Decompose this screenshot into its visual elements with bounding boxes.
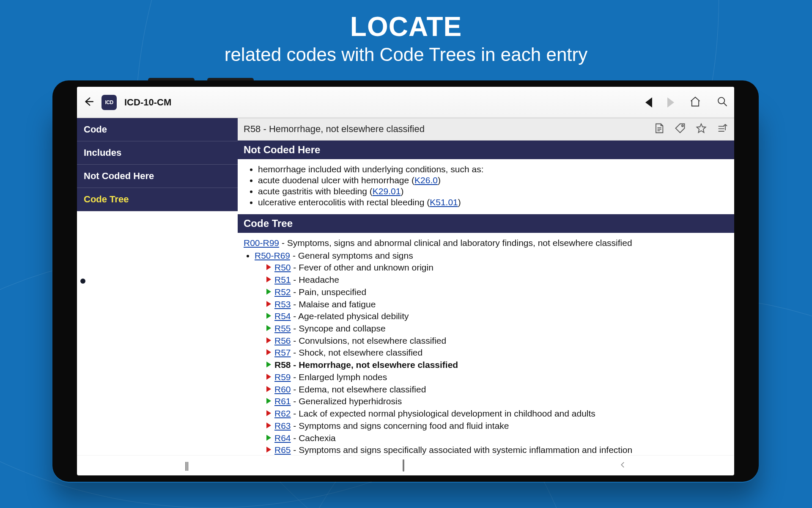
- search-icon[interactable]: [716, 96, 728, 109]
- code-link[interactable]: R53: [274, 299, 291, 309]
- svg-point-1: [682, 125, 683, 127]
- expand-red-icon[interactable]: [266, 264, 271, 270]
- tree-leaf-text: R56 - Convulsions, not elsewhere classif…: [274, 335, 446, 347]
- tree-leaf-text: R54 - Age-related physical debility: [274, 310, 409, 322]
- android-home-button[interactable]: [403, 460, 404, 471]
- promo-subtitle: related codes with Code Trees in each en…: [0, 44, 812, 65]
- tree-leaf-text: R63 - Symptoms and signs concerning food…: [274, 420, 509, 432]
- sidebar-item-not-coded-here[interactable]: Not Coded Here: [77, 165, 238, 188]
- expand-red-icon[interactable]: [266, 422, 271, 428]
- app-title: ICD-10-CM: [124, 97, 171, 108]
- code-link[interactable]: R60: [274, 384, 291, 394]
- android-nav-bar: |||: [77, 455, 734, 475]
- tree-leaf: R61 - Generalized hyperhidrosis: [266, 395, 728, 407]
- app-icon: ICD: [102, 95, 117, 110]
- nav-prev-icon[interactable]: [645, 97, 652, 108]
- tree-sub-desc: - General symptoms and signs: [290, 251, 413, 260]
- tag-icon[interactable]: [674, 122, 686, 136]
- expand-red-icon[interactable]: [266, 386, 271, 392]
- notes-icon[interactable]: [653, 122, 665, 136]
- expand-green-icon[interactable]: [266, 289, 271, 295]
- sidebar-item-code[interactable]: Code: [77, 118, 238, 141]
- tree-leaf: R59 - Enlarged lymph nodes: [266, 371, 728, 383]
- sidebar: Code Includes Not Coded Here Code Tree: [77, 118, 238, 455]
- expand-red-icon[interactable]: [266, 374, 271, 380]
- back-button[interactable]: [83, 96, 94, 109]
- tree-root-link[interactable]: R00-R99: [244, 238, 279, 248]
- promo-banner: LOCATE related codes with Code Trees in …: [0, 0, 812, 65]
- expand-green-icon[interactable]: [266, 313, 271, 319]
- android-back-button[interactable]: [619, 460, 627, 471]
- code-link[interactable]: R51: [274, 275, 291, 284]
- code-link[interactable]: R52: [274, 287, 291, 297]
- code-link[interactable]: R64: [274, 433, 291, 443]
- entry-title: R58 - Hemorrhage, not elsewhere classifi…: [244, 124, 425, 135]
- not-coded-item: ulcerative enterocolitis with rectal ble…: [258, 197, 726, 207]
- tree-leaf-text: R58 - Hemorrhage, not elsewhere classifi…: [274, 359, 458, 371]
- home-icon[interactable]: [689, 96, 701, 109]
- expand-red-icon[interactable]: [266, 337, 271, 343]
- tree-leaf: R57 - Shock, not elsewhere classified: [266, 347, 728, 359]
- entry-header: R58 - Hemorrhage, not elsewhere classifi…: [238, 118, 734, 141]
- code-link[interactable]: R57: [274, 348, 291, 357]
- tree-leaf-text: R65 - Symptoms and signs specifically as…: [274, 444, 632, 455]
- code-link[interactable]: R59: [274, 372, 291, 382]
- code-link[interactable]: R56: [274, 336, 291, 345]
- tree-leaf-text: R53 - Malaise and fatigue: [274, 298, 376, 310]
- tree-leaf-text: R64 - Cachexia: [274, 432, 336, 444]
- tree-leaf: R64 - Cachexia: [266, 432, 728, 444]
- code-link[interactable]: R62: [274, 409, 291, 418]
- section-code-tree-heading: Code Tree: [238, 214, 734, 233]
- tree-leaf: R53 - Malaise and fatigue: [266, 298, 728, 310]
- tree-leaf: R62 - Lack of expected normal physiologi…: [266, 408, 728, 420]
- android-recent-button[interactable]: |||: [184, 460, 188, 471]
- tree-leaf: R54 - Age-related physical debility: [266, 310, 728, 322]
- tree-sub-link[interactable]: R50-R69: [255, 251, 290, 260]
- section-not-coded-body: hemorrhage included with underlying cond…: [238, 159, 734, 214]
- expand-red-icon[interactable]: [266, 276, 271, 282]
- main-panel: R58 - Hemorrhage, not elsewhere classifi…: [238, 118, 734, 455]
- expand-red-icon[interactable]: [266, 301, 271, 307]
- expand-green-icon[interactable]: [266, 362, 271, 367]
- code-link[interactable]: K26.0: [414, 175, 438, 185]
- sidebar-item-code-tree[interactable]: Code Tree: [77, 188, 238, 211]
- tree-leaf: R58 - Hemorrhage, not elsewhere classifi…: [266, 359, 728, 371]
- section-not-coded-heading: Not Coded Here: [238, 141, 734, 159]
- code-link[interactable]: R54: [274, 311, 291, 321]
- svg-point-0: [718, 97, 724, 104]
- tree-leaf-text: R61 - Generalized hyperhidrosis: [274, 395, 402, 407]
- tree-leaf-text: R59 - Enlarged lymph nodes: [274, 371, 387, 383]
- tree-leaf-text: R62 - Lack of expected normal physiologi…: [274, 408, 595, 420]
- expand-red-icon[interactable]: [266, 349, 271, 355]
- expand-red-icon[interactable]: [266, 410, 271, 416]
- tree-leaf: R50 - Fever of other and unknown origin: [266, 262, 728, 273]
- promo-title: LOCATE: [0, 11, 812, 42]
- tree-leaf: R65 - Symptoms and signs specifically as…: [266, 444, 728, 455]
- tree-leaf: R60 - Edema, not elsewhere classified: [266, 384, 728, 395]
- tree-leaf-text: R57 - Shock, not elsewhere classified: [274, 347, 422, 359]
- tree-root-desc: - Symptoms, signs and abnormal clinical …: [279, 238, 632, 248]
- code-link[interactable]: R65: [274, 445, 291, 455]
- app-screen: ICD ICD-10-CM Code Includes: [77, 87, 734, 475]
- tree-leaf: R63 - Symptoms and signs concerning food…: [266, 420, 728, 432]
- code-link[interactable]: K29.01: [373, 186, 401, 196]
- expand-green-icon[interactable]: [266, 398, 271, 404]
- code-link[interactable]: R55: [274, 323, 291, 333]
- sidebar-item-includes[interactable]: Includes: [77, 141, 238, 165]
- code-link[interactable]: K51.01: [430, 197, 458, 207]
- tree-leaf-text: R51 - Headache: [274, 274, 339, 286]
- expand-red-icon[interactable]: [266, 447, 271, 453]
- code-link[interactable]: R63: [274, 421, 291, 431]
- expand-green-icon[interactable]: [266, 435, 271, 441]
- export-icon[interactable]: [716, 122, 728, 136]
- app-bar: ICD ICD-10-CM: [77, 87, 734, 118]
- expand-green-icon[interactable]: [266, 325, 271, 331]
- code-link[interactable]: R50: [274, 262, 291, 272]
- not-coded-item: acute duodenal ulcer with hemorrhage (K2…: [258, 175, 726, 185]
- star-icon[interactable]: [695, 122, 707, 136]
- code-link[interactable]: R61: [274, 396, 291, 406]
- tree-leaf-text: R55 - Syncope and collapse: [274, 323, 386, 334]
- not-coded-intro: hemorrhage included with underlying cond…: [258, 164, 726, 174]
- tree-leaf: R52 - Pain, unspecified: [266, 286, 728, 298]
- tree-leaf: R56 - Convulsions, not elsewhere classif…: [266, 335, 728, 347]
